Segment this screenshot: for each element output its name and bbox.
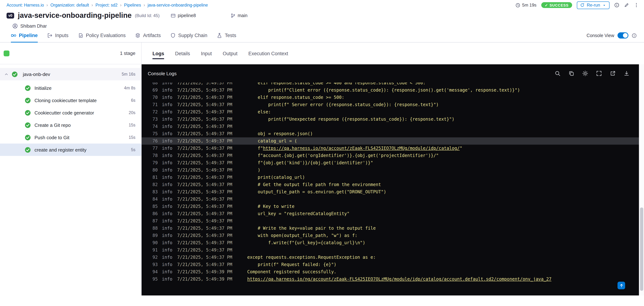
branch-info[interactable]: main [230, 13, 248, 18]
open-in-new-icon[interactable] [610, 71, 616, 76]
breadcrumb-item-organization[interactable]: Organization: default [50, 3, 89, 7]
step-row-create-and-register-entity[interactable]: create and register entity5s [0, 144, 141, 156]
breadcrumb-item-java-service-onboarding-pipeline[interactable]: java-service-onboarding-pipeline [148, 3, 208, 7]
log-line[interactable]: 74info7/21/2025, 5:49:37 PM [142, 123, 639, 130]
console-view-toggle[interactable] [618, 32, 628, 39]
clock-icon [516, 3, 520, 8]
log-timestamp: 7/21/2025, 5:49:37 PM [177, 108, 247, 116]
log-line[interactable]: 85info7/21/2025, 5:49:37 PM # Key to wri… [142, 203, 639, 210]
main-tab-bar: PipelineInputsPolicy EvaluationsArtifact… [0, 29, 644, 43]
log-url-link[interactable]: https://qa.harness.io/ng/account/zEaak-F… [263, 146, 460, 151]
step-row-cookiecutter-code-generator[interactable]: Cookiecutter code generator20s [0, 107, 141, 119]
content-area: 1 stage java-onb-dev 5m 16s Initialize4m… [0, 43, 644, 295]
more-options-icon[interactable] [634, 3, 639, 8]
log-line[interactable]: 90info7/21/2025, 5:49:37 PM f.write(f"{u… [142, 239, 639, 246]
collapse-chevron-icon[interactable] [4, 72, 8, 76]
log-timestamp: 7/21/2025, 5:49:37 PM [177, 210, 247, 217]
breadcrumb-item-account[interactable]: Account: Harness.io [6, 3, 44, 7]
log-line[interactable]: 92info7/21/2025, 5:49:37 PMexcept reques… [142, 254, 639, 261]
tab-artifacts[interactable]: Artifacts [135, 29, 161, 43]
log-level: info [162, 152, 177, 159]
breadcrumb-item-project[interactable]: Project: sd2 [96, 3, 118, 7]
scroll-to-top-button[interactable] [618, 282, 625, 289]
log-line[interactable]: 89info7/21/2025, 5:49:37 PM with open(ou… [142, 232, 639, 239]
log-line[interactable]: 73info7/21/2025, 5:49:37 PM print(f"Unex… [142, 116, 639, 123]
log-line[interactable]: 68info7/21/2025, 5:49:37 PM elif respons… [142, 83, 639, 87]
log-tab-bar: LogsDetailsInputOutputExecution Context [142, 43, 644, 64]
log-code: obj = response.json() [247, 130, 313, 137]
log-level: info [162, 123, 177, 130]
log-line-number: 73 [152, 116, 162, 123]
tab-supply-chain[interactable]: Supply Chain [170, 29, 208, 43]
log-line-number: 68 [152, 83, 162, 87]
log-timestamp: 7/21/2025, 5:49:37 PM [177, 116, 247, 123]
log-code: print(catalog_url) [247, 174, 305, 181]
log-line-number: 77 [152, 145, 162, 152]
logtab-output[interactable]: Output [223, 51, 238, 56]
search-icon[interactable] [555, 71, 560, 76]
tab-tests[interactable]: Tests [217, 29, 236, 43]
tab-policy-evaluations[interactable]: Policy Evaluations [78, 29, 126, 43]
logtab-execution-context[interactable]: Execution Context [248, 51, 288, 56]
log-code: elif response.status_code >= 500: [247, 94, 344, 101]
title-row: v0 java-service-onboarding-pipeline (Bui… [6, 11, 644, 20]
log-line[interactable]: 86info7/21/2025, 5:49:37 PM url_key = "r… [142, 210, 639, 217]
log-line[interactable]: 70info7/21/2025, 5:49:37 PM elif respons… [142, 94, 639, 101]
log-level: info [162, 217, 177, 225]
log-lines: 68info7/21/2025, 5:49:37 PM elif respons… [142, 83, 639, 295]
log-line[interactable]: 95info7/21/2025, 5:49:39 PMhttps://qa.ha… [142, 275, 639, 283]
success-check-icon [25, 134, 31, 140]
log-line[interactable]: 75info7/21/2025, 5:49:37 PM obj = respon… [142, 130, 639, 137]
info-icon[interactable] [614, 3, 619, 8]
scrollbar-thumb[interactable] [640, 208, 643, 291]
edit-pipeline-icon[interactable] [624, 3, 629, 8]
fullscreen-icon[interactable] [596, 71, 602, 76]
log-code: # Key to write [247, 203, 294, 210]
logtab-input[interactable]: Input [201, 51, 212, 56]
log-line[interactable]: 91info7/21/2025, 5:49:37 PM [142, 246, 639, 254]
log-line[interactable]: 71info7/21/2025, 5:49:37 PM print(f" Ser… [142, 101, 639, 108]
step-row-initialize[interactable]: Initialize4m 8s [0, 82, 141, 94]
step-list: Initialize4m 8sCloning cookiecutter temp… [0, 82, 141, 156]
log-code: https://qa.harness.io/ng/account/zEaak-F… [247, 275, 552, 283]
stage-row-java-onb-dev[interactable]: java-onb-dev 5m 16s [0, 68, 141, 80]
log-line[interactable]: 82info7/21/2025, 5:49:37 PM # Get the ou… [142, 181, 639, 188]
logtab-logs[interactable]: Logs [152, 51, 164, 56]
console-view-info-icon[interactable] [632, 33, 637, 38]
log-line[interactable]: 76info7/21/2025, 5:49:37 PM catalog_url … [142, 137, 639, 145]
log-line[interactable]: 93info7/21/2025, 5:49:37 PM print(f" Req… [142, 261, 639, 268]
log-line[interactable]: 72info7/21/2025, 5:49:37 PM else: [142, 108, 639, 116]
triggered-by: Shibam Dhar [12, 23, 644, 29]
log-line-number: 80 [152, 166, 162, 174]
policy-icon [78, 33, 83, 38]
log-code: url_key = "registeredCatalogEntity" [247, 210, 350, 217]
log-line[interactable]: 69info7/21/2025, 5:49:37 PM print(f"Clie… [142, 87, 639, 94]
log-line[interactable]: 83info7/21/2025, 5:49:37 PM output_file_… [142, 188, 639, 195]
log-line[interactable]: 84info7/21/2025, 5:49:37 PM [142, 195, 639, 203]
logtab-details[interactable]: Details [175, 51, 190, 56]
log-line[interactable]: 78info7/21/2025, 5:49:37 PM f"account.{o… [142, 152, 639, 159]
log-line-number: 81 [152, 174, 162, 181]
download-icon[interactable] [624, 71, 630, 76]
log-line[interactable]: 77info7/21/2025, 5:49:37 PM f"https://qa… [142, 145, 639, 152]
success-check-icon [25, 85, 31, 91]
log-line[interactable]: 88info7/21/2025, 5:49:37 PM # Write the … [142, 225, 639, 232]
rerun-button[interactable]: Re-run [577, 1, 610, 9]
step-row-push-code-to-git[interactable]: Push code to Git15s [0, 131, 141, 144]
console-scrollbar[interactable] [639, 64, 644, 295]
log-line[interactable]: 94info7/21/2025, 5:49:39 PMComponent reg… [142, 268, 639, 275]
breadcrumb-item-pipelines[interactable]: Pipelines [124, 3, 141, 7]
log-line[interactable]: 87info7/21/2025, 5:49:37 PM [142, 217, 639, 225]
log-line[interactable]: 79info7/21/2025, 5:49:37 PM f"{obj.get('… [142, 159, 639, 166]
branch-label: main [238, 13, 248, 18]
step-row-create-a-git-repo[interactable]: Create a Git repo15s [0, 119, 141, 131]
log-level: info [162, 159, 177, 166]
copy-icon[interactable] [568, 71, 574, 76]
step-row-cloning-cookiecutter-template[interactable]: Cloning cookiecutter template6s [0, 94, 141, 107]
log-line[interactable]: 80info7/21/2025, 5:49:37 PM ) [142, 166, 639, 174]
log-line[interactable]: 81info7/21/2025, 5:49:37 PM print(catalo… [142, 174, 639, 181]
settings-icon[interactable] [582, 71, 588, 76]
log-url-link[interactable]: https://qa.harness.io/ng/account/zEaak-F… [247, 276, 552, 282]
tab-pipeline[interactable]: Pipeline [11, 29, 38, 43]
tab-inputs[interactable]: Inputs [47, 29, 68, 43]
